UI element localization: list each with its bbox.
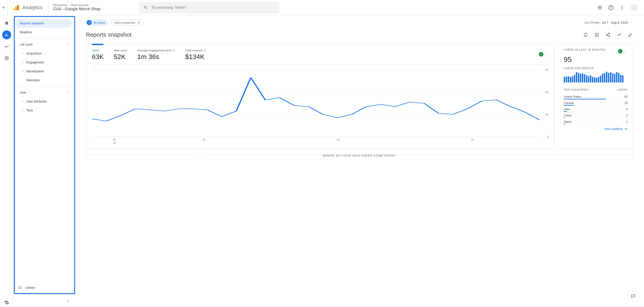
svg-point-13 [611, 8, 611, 9]
folder-icon [18, 286, 22, 290]
metrics-tabs: Users 63K New users 52K Average engageme… [92, 44, 548, 65]
nav-retention[interactable]: Retention [16, 76, 72, 85]
nav-acquisition[interactable]: Acquisition [16, 49, 72, 58]
svg-point-21 [606, 34, 608, 35]
realtime-users: 95 [564, 55, 628, 64]
caret-right-icon [22, 70, 24, 72]
nav-reports-snapshot[interactable]: Reports snapshot [16, 19, 72, 28]
page-actions [583, 32, 633, 37]
users-col-label: USERS [618, 88, 628, 91]
search-icon [144, 5, 148, 10]
comparison-toolbar: A All Users Add comparison Last 28 days … [86, 19, 633, 26]
svg-point-17 [5, 56, 8, 60]
page-title: Reports snapshot [86, 31, 132, 38]
info-icon[interactable] [204, 49, 206, 52]
view-realtime-link[interactable]: View realtime [604, 127, 628, 131]
rail-reports[interactable] [2, 30, 11, 39]
caret-right-icon [22, 61, 24, 63]
date-range-picker[interactable]: Last 28 days Jul 7 - Aug 3, 2023 [584, 21, 633, 24]
apps-icon[interactable] [598, 5, 602, 10]
svg-rect-28 [205, 50, 205, 51]
svg-point-27 [205, 50, 205, 50]
avatar[interactable] [630, 4, 638, 11]
chat-icon [631, 294, 636, 299]
date-range-value: Jul 7 - Aug 3, 2023 [602, 21, 628, 24]
svg-point-31 [634, 296, 634, 296]
explore-icon [4, 44, 9, 49]
metric-engagement-time[interactable]: Average engagement time 1m 36s [137, 44, 175, 65]
breadcrumb-account: Demoverse [53, 3, 67, 7]
insights-icon[interactable] [583, 32, 588, 37]
share-icon[interactable] [606, 32, 610, 37]
nav-monetization[interactable]: Monetization [16, 67, 72, 76]
help-icon[interactable] [608, 5, 614, 10]
chevron-right-icon [68, 4, 70, 6]
svg-point-9 [598, 8, 599, 9]
nav-section-lifecycle[interactable]: Life cycle [16, 40, 72, 49]
nav-user-attributes[interactable]: User Attributes [16, 97, 72, 106]
svg-point-22 [609, 35, 610, 37]
svg-point-15 [622, 7, 622, 8]
analytics-title: Analytics [22, 5, 43, 10]
country-row: China2 [564, 112, 628, 118]
caret-right-icon [22, 52, 24, 54]
users-chart: 6K 4K 2K 0 [92, 70, 548, 137]
collapse-sidebar[interactable] [14, 295, 76, 307]
edit-icon[interactable] [628, 32, 633, 37]
rail-explore[interactable] [2, 42, 11, 51]
nav-section-user[interactable]: User [16, 88, 72, 97]
nav-library[interactable]: Library [15, 282, 72, 293]
app-header: Analytics Demoverse Demo Account GA4 - G… [0, 0, 644, 15]
analytics-logo-icon [13, 4, 19, 11]
section-question: WHERE DO YOUR NEW USERS COME FROM? [86, 154, 633, 157]
rail-home[interactable] [2, 19, 11, 28]
svg-point-24 [174, 50, 174, 50]
svg-point-14 [622, 6, 622, 6]
svg-point-29 [632, 296, 633, 296]
search-box[interactable] [139, 2, 280, 13]
svg-point-5 [600, 6, 601, 6]
metric-users[interactable]: Users 63K [92, 44, 104, 65]
country-row: Japan2 [564, 118, 628, 124]
customize-icon[interactable] [594, 32, 599, 37]
add-comparison-button[interactable]: Add comparison [111, 20, 143, 25]
svg-rect-1 [16, 6, 17, 10]
plus-icon [137, 21, 141, 24]
nav-engagement[interactable]: Engagement [16, 58, 72, 67]
logo-area[interactable]: Analytics [8, 0, 48, 15]
caret-right-icon [22, 109, 24, 111]
feedback-button[interactable] [628, 291, 639, 302]
back-button[interactable] [0, 0, 8, 15]
more-icon[interactable] [620, 5, 624, 10]
chevron-left-icon [66, 299, 70, 303]
data-quality-pill[interactable] [618, 48, 628, 54]
svg-point-7 [599, 7, 600, 8]
metric-new-users[interactable]: New users 52K [114, 44, 127, 65]
overview-card: Users 63K New users 52K Average engageme… [86, 43, 554, 149]
country-row: India5 [564, 106, 628, 112]
info-icon[interactable] [172, 49, 175, 52]
data-quality-pill[interactable] [538, 51, 548, 57]
search-input[interactable] [152, 5, 275, 9]
svg-point-3 [598, 6, 599, 6]
segment-all-users[interactable]: A All Users [86, 19, 108, 26]
reports-sidebar: Reports snapshot Realtime Life cycle Acq… [14, 16, 75, 294]
trend-icon[interactable] [617, 32, 622, 37]
metric-revenue[interactable]: Total revenue $134K [185, 44, 206, 65]
country-row: Canada15 [564, 99, 628, 106]
home-icon [4, 21, 9, 26]
svg-point-10 [599, 8, 600, 9]
svg-rect-25 [174, 50, 174, 51]
svg-point-18 [6, 57, 8, 59]
main-content: A All Users Add comparison Last 28 days … [76, 15, 644, 307]
svg-point-6 [598, 7, 599, 8]
rail-advertising[interactable] [2, 54, 11, 62]
realtime-heading: USERS IN LAST 30 MINUTES [564, 48, 606, 54]
nav-realtime[interactable]: Realtime [16, 28, 72, 37]
rail-admin[interactable] [2, 298, 11, 307]
property-selector[interactable]: Demoverse Demo Account GA4 - Google Merc… [48, 0, 104, 15]
nav-tech[interactable]: Tech [16, 106, 72, 115]
countries-list: United States63Canada15India5China2Japan… [564, 93, 628, 124]
check-icon [539, 52, 544, 56]
breadcrumb: Demoverse Demo Account [53, 3, 104, 7]
